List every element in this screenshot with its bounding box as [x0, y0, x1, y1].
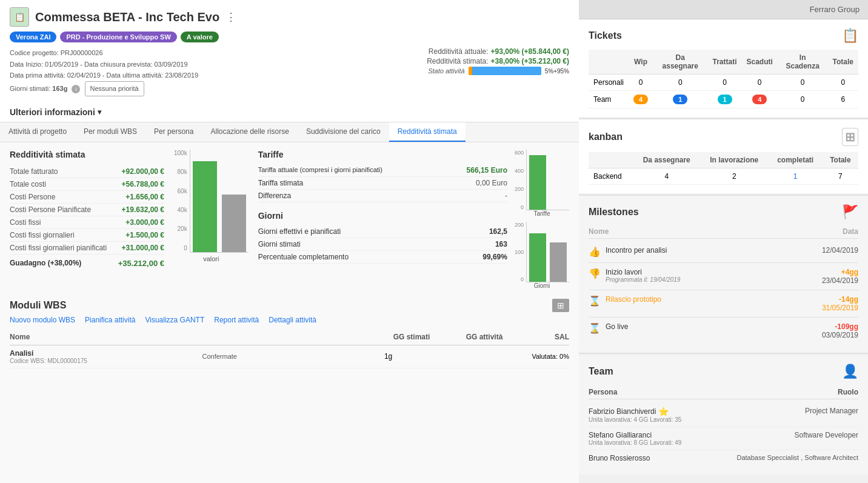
- milestone-row-inizio: 👎 Inizio lavori Programmata il: 19/04/20…: [589, 263, 858, 290]
- kanban-row-backend: Backend 4 2 1 7: [589, 168, 858, 185]
- date-prima: Data prima attività: 02/04/2019 - Data u…: [10, 70, 427, 81]
- wbs-title: Moduli WBS: [10, 300, 66, 311]
- milestones-title: Milestones: [589, 207, 639, 218]
- milestone-delay-inizio: +4gg: [810, 268, 858, 276]
- kanban-section: kanban ⊞ Da assegnare In lavorazione com…: [579, 119, 868, 193]
- r-row-costi: Totale costi +56.788,00 €: [10, 178, 164, 191]
- badge-wip: 4: [633, 95, 648, 104]
- tickets-header-trattati: Trattati: [708, 50, 742, 75]
- tab-suddivisione[interactable]: Suddivisione del carico: [298, 122, 389, 142]
- ferraro-bar: Ferraro Group: [579, 0, 868, 19]
- milestones-col-nome: Nome: [589, 227, 609, 236]
- r-row-persone-pian: Costi Persone Pianificate +19.632,00 €: [10, 204, 164, 216]
- milestone-icon-inizio: 👎: [589, 268, 601, 279]
- y-axis-80k: 80k: [174, 168, 187, 175]
- wbs-action-gantt[interactable]: Visualizza GANTT: [145, 316, 204, 324]
- milestones-icon: 🚩: [842, 204, 858, 220]
- giorni-bar-green: [529, 233, 546, 282]
- r-row-fissi: Costi fissi +3.000,00 €: [10, 216, 164, 229]
- tickets-header-scaduti: Scaduti: [742, 50, 778, 75]
- giorni-title: Giorni: [258, 211, 507, 221]
- tariffe-title: Tariffe: [258, 150, 507, 159]
- tickets-header-in-scad: In Scadenza: [778, 50, 828, 75]
- badge-scaduti: 4: [752, 95, 767, 104]
- tariffe-y-600: 600: [515, 150, 524, 156]
- tickets-table: Wip Da assegnare Trattati Scaduti In Sca…: [589, 50, 858, 108]
- t-row-attuale: Tariffa attuale (compresi i giorni piani…: [258, 164, 507, 177]
- r-row-fatturato: Totale fatturato +92.000,00 €: [10, 165, 164, 178]
- wbs-action-pianifica[interactable]: Pianifica attività: [85, 316, 135, 324]
- kanban-table: Da assegnare In lavorazione completati T…: [589, 152, 858, 185]
- t-row-stimata: Tariffa stimata 0,00 Euro: [258, 177, 507, 190]
- y-axis-20k: 20k: [174, 225, 187, 232]
- wbs-grid-icon[interactable]: ⊞: [552, 299, 569, 312]
- giorni-y-100: 100: [515, 249, 524, 255]
- tab-allocazione[interactable]: Allocazione delle risorse: [202, 122, 297, 142]
- tariffe-bar-green: [529, 155, 546, 210]
- milestone-icon-prototipo: ⌛: [589, 295, 601, 307]
- tickets-header-da-ass: Da assegnare: [653, 50, 707, 75]
- kanban-header-completati: completati: [769, 152, 823, 168]
- milestones-col-data: Data: [843, 227, 858, 236]
- giorni-y-0: 0: [515, 276, 524, 282]
- tag-verona[interactable]: Verona ZAI: [10, 32, 56, 42]
- kanban-grid-icon: ⊞: [842, 128, 858, 146]
- tickets-section: Tickets 📋 Wip Da assegnare Trattati Scad…: [579, 19, 868, 117]
- kanban-header-empty: [589, 152, 633, 168]
- wbs-action-report[interactable]: Report attività: [214, 316, 259, 324]
- team-title: Team: [589, 366, 613, 377]
- team-row-bruno: Bruno Rossierosso Database Speccialist ,…: [589, 450, 858, 466]
- kanban-header-totale: Totale: [823, 152, 858, 168]
- kanban-header-in-lav: In lavorazione: [700, 152, 769, 168]
- badge-trattati: 1: [718, 95, 732, 104]
- team-row-fabrizio: Fabrizio Bianchiverdi ⭐ Unita lavorativa…: [589, 403, 858, 427]
- tickets-title: Tickets: [589, 30, 622, 41]
- star-icon-fabrizio: ⭐: [658, 407, 669, 416]
- chevron-down-icon: ▾: [98, 108, 101, 116]
- kanban-completati-link[interactable]: 1: [793, 172, 798, 181]
- tab-moduli-wbs[interactable]: Per moduli WBS: [75, 122, 145, 142]
- giorni-y-200: 200: [515, 222, 524, 228]
- wbs-action-dettagli[interactable]: Dettagli attività: [269, 316, 316, 324]
- stato-attivita-row: Stato attività 5%+95%: [427, 67, 569, 75]
- milestone-delay-golive: -109gg: [810, 322, 858, 331]
- tab-redditivita[interactable]: Redditività stimata: [389, 122, 466, 142]
- tag-avalore[interactable]: A valore: [181, 32, 219, 42]
- badge-da-ass: 1: [673, 95, 687, 104]
- tickets-header-wip: Wip: [629, 50, 653, 75]
- g-row-effettivi: Giorni effettivi e pianificati 162,5: [258, 225, 507, 238]
- tag-prd[interactable]: PRD - Produzione e Sviluppo SW: [60, 32, 176, 42]
- y-axis-40k: 40k: [174, 207, 187, 213]
- wbs-table-header: Nome GG stimati GG attività SAL: [10, 329, 569, 345]
- tab-per-persona[interactable]: Per persona: [145, 122, 202, 142]
- team-icon: 👤: [842, 364, 858, 379]
- tickets-header-empty: [589, 50, 629, 75]
- redditivita-title: Redditività stimata: [10, 150, 164, 159]
- r-row-guadagno: Guadagno (+38,00%) +35.212,00 €: [10, 257, 164, 270]
- tariffe-chart-label: Tariffe: [533, 210, 550, 217]
- wbs-row-analisi: Analisi Codice WBS: MDL00000175 Conferma…: [10, 345, 569, 368]
- wbs-section: Moduli WBS ⊞ Nuovo modulo WBS Pianifica …: [10, 299, 569, 368]
- codice-progetto: Codice progetto: PRJ00000026: [10, 47, 427, 59]
- team-section: Team 👤 Persona Ruolo Fabrizio Bianchiver…: [579, 355, 868, 475]
- priority-badge: Nessuna priorità: [85, 81, 144, 96]
- tariffe-y-200: 200: [515, 186, 524, 192]
- team-row-stefano: Stefano Gialliaranci Unita lavorativa: 8…: [589, 427, 858, 450]
- ulteriori-info[interactable]: Ulteriori informazioni ▾: [0, 102, 579, 122]
- milestones-section: Milestones 🚩 Nome Data 👍 Incontro per an…: [579, 196, 868, 353]
- giorni-chart-label: Giorni: [534, 282, 550, 289]
- tariffe-y-400: 400: [515, 168, 524, 174]
- tab-attivita[interactable]: Attività di progetto: [0, 122, 75, 142]
- g-row-perc: Percentuale completamento 99,69%: [258, 251, 507, 264]
- y-axis-60k: 60k: [174, 188, 187, 195]
- tabs-row: Attività di progetto Per moduli WBS Per …: [0, 122, 579, 142]
- tickets-row-team: Team 4 1 1 4 0 6: [589, 91, 858, 108]
- project-title: Commessa BETA - Inc Tech Evo: [35, 10, 219, 24]
- tickets-header-totale: Totale: [828, 50, 858, 75]
- wbs-action-nuovo[interactable]: Nuovo modulo WBS: [10, 316, 75, 324]
- main-content: Redditività stimata Totale fatturato +92…: [0, 142, 579, 483]
- tickets-row-personali: Personali 0 0 0 0 0 0: [589, 75, 858, 91]
- progress-bar: [469, 67, 541, 75]
- dots-menu[interactable]: ⋮: [225, 10, 236, 24]
- info-icon: i: [72, 85, 80, 93]
